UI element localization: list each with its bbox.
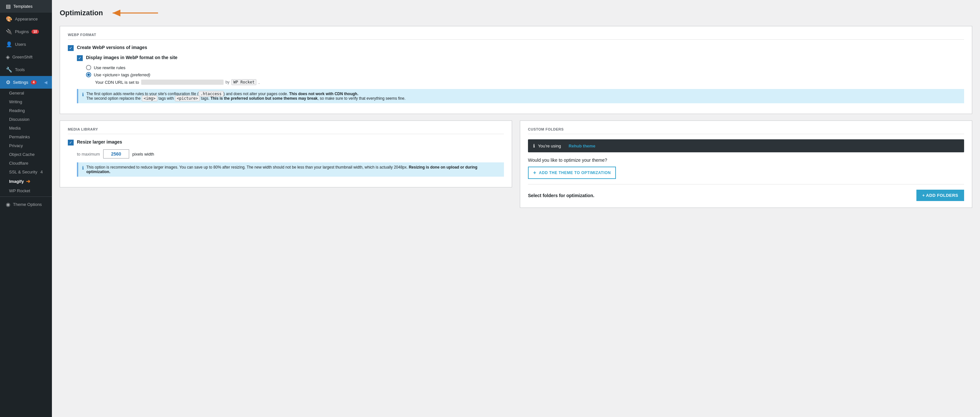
create-webp-checkbox[interactable]: ✓ — [68, 45, 74, 51]
resize-max-row: to maximum pixels width — [77, 149, 504, 158]
resize-checkbox-row: ✓ Resize larger images — [68, 139, 504, 145]
picture-label: Use <picture> tags (preferred) — [94, 72, 150, 77]
display-webp-row: ✓ Display images in WebP format on the s… — [77, 55, 964, 61]
info1-rest: ) and does not alter your pages code. — [224, 91, 289, 96]
sidebar-label-tools: Tools — [15, 67, 25, 72]
resize-checkbox[interactable]: ✓ — [68, 140, 74, 145]
two-col-section: MEDIA LIBRARY ✓ Resize larger images to … — [60, 120, 972, 208]
custom-folders-label: CUSTOM FOLDERS — [528, 127, 964, 134]
display-webp-label: Display images in WebP format on the sit… — [86, 55, 178, 60]
webp-info-box: ℹ The first option adds rewrite rules to… — [77, 89, 964, 103]
settings-arrow-icon: ◀ — [44, 80, 48, 85]
rewrite-radio-row: Use rewrite rules — [86, 65, 964, 70]
media-library-label: MEDIA LIBRARY — [68, 127, 504, 134]
greenshift-icon: ◈ — [6, 54, 10, 60]
sub-label-discussion: Discussion — [9, 117, 30, 122]
add-folders-label: + ADD FOLDERS — [922, 193, 958, 198]
sidebar-label-templates: Templates — [13, 4, 32, 9]
sidebar-sub-writing[interactable]: Writing — [0, 97, 52, 106]
add-folders-button[interactable]: + ADD FOLDERS — [916, 190, 964, 201]
plugins-icon: 🔌 — [6, 29, 12, 35]
resize-info-text: This option is recommended to reduce lar… — [86, 165, 500, 174]
sidebar-sub-reading[interactable]: Reading — [0, 106, 52, 115]
sidebar-label-users: Users — [15, 42, 26, 47]
sidebar-item-greenshift[interactable]: ◈ GreenShift — [0, 51, 52, 63]
create-webp-row: ✓ Create WebP versions of images — [68, 45, 964, 51]
sidebar-sub-media[interactable]: Media — [0, 124, 52, 133]
sidebar-item-templates[interactable]: ▤ Templates — [0, 0, 52, 13]
rewrite-radio[interactable] — [86, 65, 91, 70]
theme-name-link[interactable]: Rehub theme — [568, 144, 595, 149]
sidebar-label-theme-options: Theme Options — [13, 202, 42, 207]
sub-label-ssl-security: SSL & Security — [9, 169, 37, 174]
theme-options-icon: ◉ — [6, 201, 10, 208]
sidebar-sub-cloudflare[interactable]: Cloudflare — [0, 159, 52, 168]
optimize-prompt: Would you like to optimize your theme? — [528, 158, 964, 163]
sub-label-general: General — [9, 91, 24, 96]
resize-label: Resize larger images — [77, 139, 122, 144]
picture-radio-row: Use <picture> tags (preferred) — [86, 72, 964, 77]
sidebar-item-appearance[interactable]: 🎨 Appearance — [0, 13, 52, 26]
templates-icon: ▤ — [6, 3, 11, 10]
sub-label-reading: Reading — [9, 108, 25, 113]
sidebar-sub-imagify[interactable]: Imagify ➜ — [0, 176, 52, 187]
sidebar-item-theme-options[interactable]: ◉ Theme Options — [0, 198, 52, 211]
select-folders-label: Select folders for optimization. — [528, 193, 595, 198]
resize-info-box: ℹ This option is recommended to reduce l… — [77, 162, 504, 177]
display-webp-checkbox[interactable]: ✓ — [77, 55, 83, 61]
settings-icon: ⚙ — [6, 79, 10, 85]
info-icon: ℹ — [82, 92, 84, 97]
sidebar-item-users[interactable]: 👤 Users — [0, 38, 52, 51]
sidebar-sub-ssl-security[interactable]: SSL & Security 4 — [0, 168, 52, 176]
create-webp-label: Create WebP versions of images — [77, 45, 147, 50]
sidebar: ▤ Templates 🎨 Appearance 🔌 Plugins 10 👤 … — [0, 0, 52, 417]
sub-label-cloudflare: Cloudflare — [9, 161, 28, 166]
plugins-badge: 10 — [32, 30, 39, 34]
sidebar-label-appearance: Appearance — [15, 16, 38, 21]
sidebar-sub-discussion[interactable]: Discussion — [0, 115, 52, 124]
info1-bold: This does not work with CDN though. — [289, 91, 358, 96]
max-width-input[interactable] — [103, 149, 129, 158]
sidebar-item-tools[interactable]: 🔧 Tools — [0, 63, 52, 76]
sidebar-sub-permalinks[interactable]: Permalinks — [0, 133, 52, 141]
ssl-security-badge: 4 — [41, 169, 43, 174]
sidebar-label-settings: Settings — [13, 80, 28, 85]
sidebar-item-settings[interactable]: ⚙ Settings 4 ◀ — [0, 76, 52, 89]
info2-rest: tags. — [200, 96, 211, 101]
rewrite-label: Use rewrite rules — [94, 65, 126, 70]
sidebar-sub-privacy[interactable]: Privacy — [0, 141, 52, 150]
add-theme-label: ADD THE THEME TO OPTIMIZATION — [539, 171, 611, 175]
theme-info-text: You're using — [538, 144, 561, 149]
picture-radio[interactable] — [86, 72, 91, 77]
custom-folders-panel: CUSTOM FOLDERS ℹ You're using Rehub them… — [520, 120, 972, 208]
webp-radio-group: Use rewrite rules Use <picture> tags (pr… — [86, 65, 964, 85]
px-label: pixels width — [132, 152, 154, 157]
media-library-col: MEDIA LIBRARY ✓ Resize larger images to … — [60, 120, 512, 208]
sub-label-writing: Writing — [9, 99, 22, 104]
cdn-provider: WP Rocket — [231, 79, 256, 85]
cdn-period: . — [258, 80, 259, 85]
sidebar-sub-object-cache[interactable]: Object Cache — [0, 150, 52, 159]
to-max-label: to maximum — [77, 152, 100, 157]
users-icon: 👤 — [6, 41, 12, 48]
appearance-icon: 🎨 — [6, 16, 12, 22]
page-title: Optimization — [60, 9, 103, 17]
resize-info-main: This option is recommended to reduce lar… — [86, 165, 409, 169]
add-theme-button[interactable]: + ADD THE THEME TO OPTIMIZATION — [528, 166, 616, 179]
sidebar-label-greenshift: GreenShift — [12, 54, 32, 59]
cdn-text: Your CDN URL is set to — [95, 80, 139, 85]
imagify-arrow-icon: ➜ — [26, 178, 30, 184]
settings-badge: 4 — [31, 80, 37, 85]
info2-end: , so make sure to verify that everything… — [318, 96, 406, 101]
resize-info-icon: ℹ — [82, 165, 84, 171]
sub-label-wp-rocket: WP Rocket — [9, 189, 30, 193]
sidebar-sub-general[interactable]: General — [0, 89, 52, 97]
sidebar-item-plugins[interactable]: 🔌 Plugins 10 — [0, 26, 52, 38]
sub-label-media: Media — [9, 126, 21, 131]
page-title-row: Optimization — [60, 6, 972, 19]
sidebar-sub-wp-rocket[interactable]: WP Rocket — [0, 187, 52, 195]
sidebar-label-plugins: Plugins — [15, 29, 29, 34]
sub-label-privacy: Privacy — [9, 143, 23, 148]
orange-arrow-indicator — [109, 6, 161, 19]
webp-info-text: The first option adds rewrite rules to y… — [86, 91, 406, 101]
